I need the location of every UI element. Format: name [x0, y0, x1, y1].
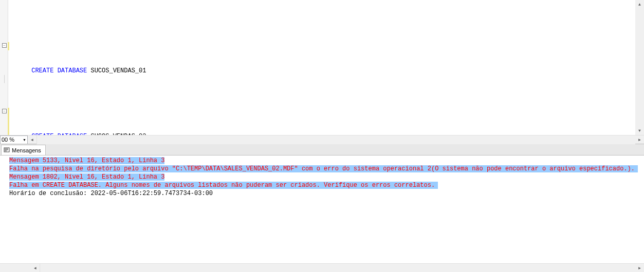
messages-icon: [4, 147, 10, 153]
messages-bottom-bar: ◄ ►: [0, 263, 644, 272]
sql-editor-pane[interactable]: ▲ ▼ − CREATE DATABASE SUCOS_VENDAS_01 − …: [0, 0, 644, 135]
identifier: SUCOS_VENDAS_02: [87, 133, 146, 135]
fold-toggle-icon[interactable]: −: [2, 109, 7, 113]
scroll-left-icon[interactable]: ◄: [28, 135, 36, 144]
zoom-value: 00 %: [2, 137, 14, 143]
error-message: Mensagem 5133, Nível 16, Estado 1, Linha…: [9, 157, 164, 164]
current-line-highlight: [8, 34, 636, 42]
keyword: CREATE DATABASE: [31, 67, 87, 74]
change-marker: [8, 42, 9, 50]
results-tabs-bar: Mensagens: [0, 144, 644, 155]
keyword: CREATE DATABASE: [31, 133, 87, 135]
zoom-combo[interactable]: 00 % ▼: [0, 135, 28, 144]
chevron-down-icon: ▼: [23, 138, 26, 142]
error-message: Falha na pesquisa de diretório pelo arqu…: [9, 165, 638, 172]
zoom-placeholder: [0, 264, 31, 273]
fold-toggle-icon[interactable]: −: [2, 43, 7, 48]
scroll-right-icon[interactable]: ►: [635, 264, 644, 273]
identifier: SUCOS_VENDAS_01: [87, 67, 146, 74]
editor-bottom-bar: 00 % ▼ ◄ ►: [0, 135, 644, 144]
error-message: Mensagem 1802, Nível 16, Estado 1, Linha…: [9, 173, 164, 181]
error-message: Falha em CREATE DATABASE. Alguns nomes d…: [9, 182, 438, 189]
scroll-right-icon[interactable]: ►: [635, 135, 644, 144]
messages-horizontal-scrollbar[interactable]: [40, 264, 635, 273]
tab-label: Mensagens: [12, 147, 41, 153]
tab-messages[interactable]: Mensagens: [1, 145, 46, 155]
editor-horizontal-scrollbar[interactable]: [36, 135, 635, 144]
editor-gutter: [0, 0, 8, 135]
completion-time: Horário de conclusão: 2022-05-06T16:22:5…: [9, 190, 213, 197]
code-area[interactable]: − CREATE DATABASE SUCOS_VENDAS_01 − CREA…: [8, 0, 644, 135]
fold-guide: [4, 75, 5, 83]
messages-pane[interactable]: Mensagem 5133, Nível 16, Estado 1, Linha…: [0, 155, 644, 263]
scroll-left-icon[interactable]: ◄: [31, 264, 40, 273]
change-marker: [8, 108, 9, 135]
